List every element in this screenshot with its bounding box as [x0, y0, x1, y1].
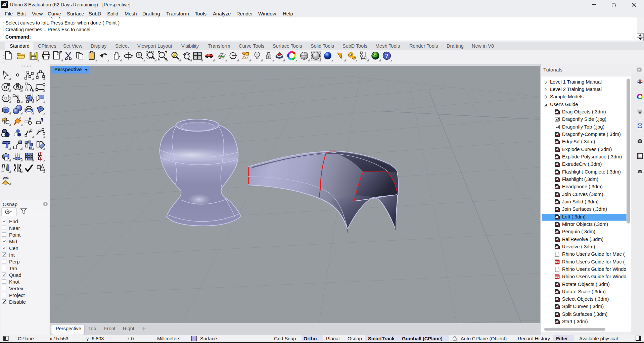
svg-text:8: 8 [6, 2, 7, 4]
svg-text:PDF: PDF [555, 261, 559, 263]
svg-text:?: ? [385, 53, 388, 59]
svg-text:?: ? [639, 125, 641, 128]
svg-text:PDF: PDF [555, 276, 559, 278]
